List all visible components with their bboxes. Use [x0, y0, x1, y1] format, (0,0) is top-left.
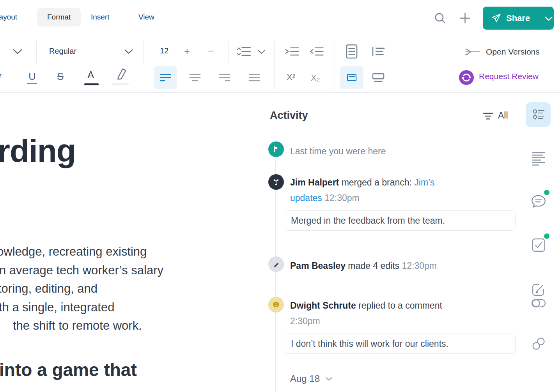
activity-filter-label: All — [498, 110, 508, 121]
text-color-glyph: A — [87, 69, 94, 81]
pencil-icon — [272, 260, 280, 268]
search-icon[interactable] — [434, 12, 447, 25]
request-review-icon — [459, 70, 474, 85]
timestamp: 12:30pm — [322, 193, 360, 203]
suggest-mode-toggle[interactable] — [531, 298, 546, 308]
activity-feed-button-active[interactable] — [526, 102, 551, 127]
request-review-label: Request Review — [479, 72, 539, 81]
activity-entry-jim: Jim Halpert merged a branch: Jim’s updat… — [290, 175, 434, 206]
align-right-button[interactable] — [219, 72, 230, 83]
toolbar-bottom-border — [0, 92, 560, 93]
outdent-icon[interactable] — [309, 46, 324, 57]
page-header-button[interactable] — [346, 72, 357, 83]
font-size-increase-button[interactable]: + — [184, 45, 190, 57]
comment-avatar — [268, 297, 284, 313]
toolbar-divider — [36, 41, 37, 63]
reply-comment-text: I don’t think this will work for our cli… — [291, 339, 448, 349]
share-chevron-down-icon[interactable] — [544, 16, 553, 21]
style-chevron-down-icon — [124, 49, 133, 54]
italic-button[interactable]: I — [0, 71, 1, 84]
superscript-button[interactable]: X² — [287, 72, 295, 82]
share-button[interactable]: Share — [483, 7, 554, 30]
actor-name: Dwight Schrute — [290, 300, 356, 311]
suggest-edits-button[interactable] — [531, 282, 546, 297]
document-line: owledge, recreating existing — [0, 242, 163, 261]
strikethrough-button[interactable]: S — [57, 71, 64, 83]
action-text: replied to a comment — [356, 300, 442, 311]
timestamp: 12:30pm — [402, 261, 437, 271]
document-heading-2: into a game that — [0, 359, 137, 380]
menu-view[interactable]: View — [138, 13, 154, 21]
line-spacing-chevron-icon[interactable] — [257, 49, 266, 54]
timestamp: 2:30pm — [290, 316, 320, 326]
branch-avatar — [268, 174, 284, 190]
actor-name: Jim Halpert — [290, 177, 339, 187]
document-line: toring, editing, and — [0, 279, 163, 298]
highlight-swatch — [112, 83, 129, 85]
menu-insert[interactable]: Insert — [91, 13, 110, 21]
document-heading-1: rding — [0, 132, 76, 169]
actor-name: Pam Beasley — [290, 261, 346, 271]
toolbar-divider — [335, 41, 335, 90]
document-outline-button[interactable] — [531, 151, 546, 166]
text-color-swatch — [84, 83, 99, 85]
branch-icon — [272, 178, 280, 186]
share-split-divider — [540, 11, 540, 26]
versions-icon — [465, 46, 480, 57]
activity-entry-pam: Pam Beasley made 4 edits 12:30pm — [290, 258, 437, 274]
activity-entry-dwight: Dwight Schrute replied to a comment 2:30… — [290, 298, 442, 329]
merge-note-text: Merged in the feedback from the team. — [291, 215, 445, 226]
menu-format[interactable]: Format — [37, 8, 81, 26]
align-center-button[interactable] — [189, 72, 201, 83]
timeline-connector — [275, 157, 276, 392]
activity-title: Activity — [270, 109, 308, 122]
branch-link[interactable]: Jim’s — [414, 177, 434, 187]
toolbar-divider — [144, 41, 144, 63]
line-spacing-icon[interactable] — [236, 46, 251, 57]
send-icon — [491, 13, 502, 24]
font-size-value[interactable]: 12 — [160, 46, 168, 55]
date-group-toggle[interactable]: Aug 18 — [290, 373, 333, 384]
document-line: n average tech worker’s salary — [0, 261, 163, 280]
highlighter-icon — [113, 67, 129, 81]
comments-notification-dot — [544, 190, 549, 195]
comments-button[interactable] — [530, 194, 547, 209]
merge-note-box[interactable]: Merged in the feedback from the team. — [285, 210, 516, 231]
open-versions-label: Open Versions — [486, 47, 540, 57]
reply-comment-box[interactable]: I don’t think this will work for our cli… — [285, 334, 516, 354]
document-line: th a single, integrated — [0, 298, 163, 317]
page-footer-button[interactable] — [372, 72, 385, 83]
timeline-icon — [531, 108, 545, 122]
action-text: merged a branch: — [339, 177, 414, 187]
underline-button[interactable]: U — [27, 71, 37, 84]
last-visit-text: Last time you were here — [290, 143, 386, 159]
share-label: Share — [506, 13, 530, 23]
flag-icon — [272, 145, 280, 153]
copy-link-button[interactable] — [531, 336, 546, 351]
block-style-chevron-icon[interactable] — [12, 48, 23, 55]
filter-icon — [483, 112, 493, 120]
page-layout-icon[interactable] — [346, 44, 358, 59]
style-dropdown-value: Regular — [49, 47, 76, 56]
subscript-button[interactable]: X₂ — [311, 73, 320, 83]
align-justify-button[interactable] — [248, 72, 260, 83]
toolbar-divider — [228, 41, 229, 63]
last-visit-flag-avatar — [268, 141, 284, 157]
action-text: made 4 edits — [346, 261, 402, 271]
indent-icon[interactable] — [285, 46, 299, 57]
date-label: Aug 18 — [290, 373, 320, 384]
comment-bubble-icon — [272, 301, 280, 309]
document-paragraph: owledge, recreating existing n average t… — [0, 242, 163, 335]
menu-layout[interactable]: Layout — [0, 13, 17, 21]
branch-link[interactable]: updates — [290, 193, 322, 203]
plus-icon[interactable] — [459, 12, 471, 25]
tasks-button[interactable] — [532, 238, 546, 252]
align-left-button[interactable] — [159, 72, 171, 83]
outline-list-icon[interactable] — [371, 46, 385, 57]
tasks-notification-dot — [544, 233, 549, 239]
font-size-decrease-button[interactable]: − — [208, 45, 214, 57]
document-line: the shift to remote work. — [13, 316, 163, 335]
date-chevron-down-icon — [325, 377, 333, 381]
edit-avatar — [268, 256, 284, 272]
toolbar-divider — [274, 41, 275, 90]
